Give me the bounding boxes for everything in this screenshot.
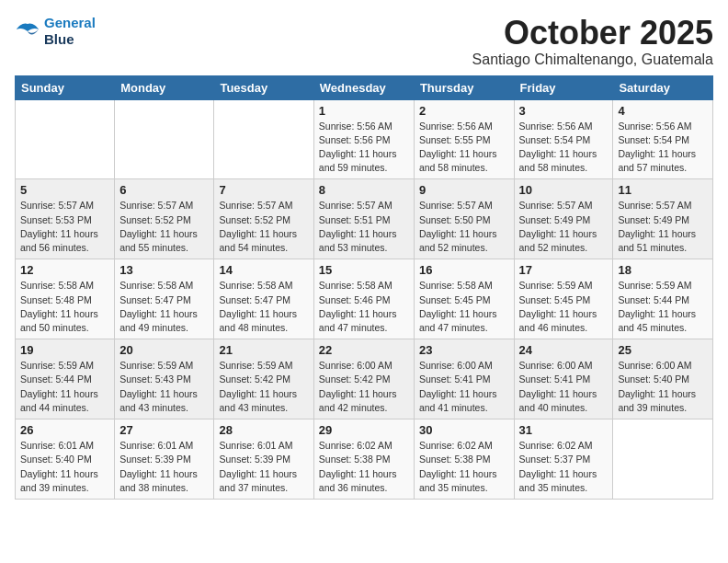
day-number: 3: [519, 104, 609, 118]
day-number: 1: [319, 104, 409, 118]
calendar-cell: 25Sunrise: 6:00 AMSunset: 5:40 PMDayligh…: [613, 339, 713, 419]
day-number: 24: [519, 343, 609, 357]
day-info: Sunrise: 5:58 AMSunset: 5:47 PMDaylight:…: [219, 279, 308, 335]
day-info: Sunrise: 5:59 AMSunset: 5:44 PMDaylight:…: [618, 279, 708, 335]
calendar-cell: 20Sunrise: 5:59 AMSunset: 5:43 PMDayligh…: [115, 339, 214, 419]
day-number: 13: [119, 263, 209, 277]
day-number: 20: [119, 343, 209, 357]
calendar-cell: 21Sunrise: 5:59 AMSunset: 5:42 PMDayligh…: [214, 339, 313, 419]
day-info: Sunrise: 5:58 AMSunset: 5:47 PMDaylight:…: [119, 279, 209, 335]
day-number: 5: [20, 183, 109, 197]
day-info: Sunrise: 5:59 AMSunset: 5:42 PMDaylight:…: [219, 359, 308, 415]
day-number: 10: [519, 183, 609, 197]
calendar-cell: 15Sunrise: 5:58 AMSunset: 5:46 PMDayligh…: [313, 259, 414, 339]
day-info: Sunrise: 5:57 AMSunset: 5:50 PMDaylight:…: [419, 199, 509, 255]
day-info: Sunrise: 6:00 AMSunset: 5:41 PMDaylight:…: [519, 359, 609, 415]
calendar-header: SundayMondayTuesdayWednesdayThursdayFrid…: [16, 75, 713, 99]
day-info: Sunrise: 5:59 AMSunset: 5:43 PMDaylight:…: [119, 359, 209, 415]
day-info: Sunrise: 5:57 AMSunset: 5:51 PMDaylight:…: [319, 199, 409, 255]
calendar-cell: 12Sunrise: 5:58 AMSunset: 5:48 PMDayligh…: [16, 259, 115, 339]
calendar-cell: [214, 99, 313, 179]
day-info: Sunrise: 5:59 AMSunset: 5:45 PMDaylight:…: [519, 279, 609, 335]
day-number: 27: [119, 423, 209, 437]
day-number: 14: [219, 263, 308, 277]
title-block: October 2025 Santiago Chimaltenango, Gua…: [472, 15, 713, 68]
calendar-cell: 24Sunrise: 6:00 AMSunset: 5:41 PMDayligh…: [514, 339, 613, 419]
day-number: 4: [618, 104, 708, 118]
day-number: 25: [618, 343, 708, 357]
day-number: 9: [419, 183, 509, 197]
day-number: 28: [219, 423, 308, 437]
day-number: 26: [20, 423, 109, 437]
calendar-table: SundayMondayTuesdayWednesdayThursdayFrid…: [15, 75, 713, 500]
logo: General Blue: [15, 15, 96, 48]
weekday-header-thursday: Thursday: [414, 75, 514, 99]
day-number: 16: [419, 263, 509, 277]
weekday-header-sunday: Sunday: [16, 75, 115, 99]
weekday-header-monday: Monday: [115, 75, 214, 99]
day-number: 12: [20, 263, 109, 277]
calendar-cell: 28Sunrise: 6:01 AMSunset: 5:39 PMDayligh…: [214, 419, 313, 500]
calendar-cell: 5Sunrise: 5:57 AMSunset: 5:53 PMDaylight…: [16, 179, 115, 259]
location-title: Santiago Chimaltenango, Guatemala: [472, 52, 713, 68]
logo-text: General Blue: [44, 15, 96, 48]
calendar-cell: 29Sunrise: 6:02 AMSunset: 5:38 PMDayligh…: [313, 419, 414, 500]
day-info: Sunrise: 5:59 AMSunset: 5:44 PMDaylight:…: [20, 359, 109, 415]
day-number: 19: [20, 343, 109, 357]
calendar-cell: 23Sunrise: 6:00 AMSunset: 5:41 PMDayligh…: [414, 339, 514, 419]
calendar-week-3: 12Sunrise: 5:58 AMSunset: 5:48 PMDayligh…: [16, 259, 713, 339]
day-info: Sunrise: 6:01 AMSunset: 5:40 PMDaylight:…: [20, 439, 109, 495]
day-info: Sunrise: 6:02 AMSunset: 5:37 PMDaylight:…: [519, 439, 609, 495]
day-info: Sunrise: 5:57 AMSunset: 5:52 PMDaylight:…: [119, 199, 209, 255]
day-info: Sunrise: 6:01 AMSunset: 5:39 PMDaylight:…: [119, 439, 209, 495]
weekday-header-row: SundayMondayTuesdayWednesdayThursdayFrid…: [16, 75, 713, 99]
day-number: 8: [319, 183, 409, 197]
calendar-week-2: 5Sunrise: 5:57 AMSunset: 5:53 PMDaylight…: [16, 179, 713, 259]
day-number: 31: [519, 423, 609, 437]
calendar-cell: 2Sunrise: 5:56 AMSunset: 5:55 PMDaylight…: [414, 99, 514, 179]
calendar-cell: 10Sunrise: 5:57 AMSunset: 5:49 PMDayligh…: [514, 179, 613, 259]
day-info: Sunrise: 6:01 AMSunset: 5:39 PMDaylight:…: [219, 439, 308, 495]
calendar-cell: [16, 99, 115, 179]
calendar-cell: 17Sunrise: 5:59 AMSunset: 5:45 PMDayligh…: [514, 259, 613, 339]
calendar-cell: 19Sunrise: 5:59 AMSunset: 5:44 PMDayligh…: [16, 339, 115, 419]
calendar-cell: 14Sunrise: 5:58 AMSunset: 5:47 PMDayligh…: [214, 259, 313, 339]
day-number: 7: [219, 183, 308, 197]
weekday-header-tuesday: Tuesday: [214, 75, 313, 99]
calendar-week-4: 19Sunrise: 5:59 AMSunset: 5:44 PMDayligh…: [16, 339, 713, 419]
day-info: Sunrise: 5:56 AMSunset: 5:54 PMDaylight:…: [519, 120, 609, 176]
month-title: October 2025: [472, 15, 713, 52]
day-number: 18: [618, 263, 708, 277]
calendar-cell: 9Sunrise: 5:57 AMSunset: 5:50 PMDaylight…: [414, 179, 514, 259]
day-info: Sunrise: 5:57 AMSunset: 5:49 PMDaylight:…: [618, 199, 708, 255]
day-number: 6: [119, 183, 209, 197]
calendar-week-5: 26Sunrise: 6:01 AMSunset: 5:40 PMDayligh…: [16, 419, 713, 500]
day-number: 17: [519, 263, 609, 277]
day-info: Sunrise: 6:02 AMSunset: 5:38 PMDaylight:…: [319, 439, 409, 495]
day-number: 23: [419, 343, 509, 357]
day-info: Sunrise: 6:00 AMSunset: 5:41 PMDaylight:…: [419, 359, 509, 415]
calendar-cell: 11Sunrise: 5:57 AMSunset: 5:49 PMDayligh…: [613, 179, 713, 259]
day-info: Sunrise: 5:56 AMSunset: 5:54 PMDaylight:…: [618, 120, 708, 176]
weekday-header-saturday: Saturday: [613, 75, 713, 99]
day-number: 15: [319, 263, 409, 277]
day-info: Sunrise: 5:58 AMSunset: 5:45 PMDaylight:…: [419, 279, 509, 335]
day-info: Sunrise: 5:57 AMSunset: 5:49 PMDaylight:…: [519, 199, 609, 255]
day-info: Sunrise: 5:58 AMSunset: 5:48 PMDaylight:…: [20, 279, 109, 335]
calendar-cell: 16Sunrise: 5:58 AMSunset: 5:45 PMDayligh…: [414, 259, 514, 339]
calendar-cell: 7Sunrise: 5:57 AMSunset: 5:52 PMDaylight…: [214, 179, 313, 259]
calendar-cell: 4Sunrise: 5:56 AMSunset: 5:54 PMDaylight…: [613, 99, 713, 179]
day-info: Sunrise: 5:57 AMSunset: 5:52 PMDaylight:…: [219, 199, 308, 255]
calendar-week-1: 1Sunrise: 5:56 AMSunset: 5:56 PMDaylight…: [16, 99, 713, 179]
day-info: Sunrise: 6:00 AMSunset: 5:42 PMDaylight:…: [319, 359, 409, 415]
calendar-cell: [115, 99, 214, 179]
calendar-cell: 18Sunrise: 5:59 AMSunset: 5:44 PMDayligh…: [613, 259, 713, 339]
calendar-cell: 30Sunrise: 6:02 AMSunset: 5:38 PMDayligh…: [414, 419, 514, 500]
day-number: 22: [319, 343, 409, 357]
weekday-header-wednesday: Wednesday: [313, 75, 414, 99]
calendar-cell: 26Sunrise: 6:01 AMSunset: 5:40 PMDayligh…: [16, 419, 115, 500]
calendar-body: 1Sunrise: 5:56 AMSunset: 5:56 PMDaylight…: [16, 99, 713, 499]
day-info: Sunrise: 6:02 AMSunset: 5:38 PMDaylight:…: [419, 439, 509, 495]
calendar-cell: [613, 419, 713, 500]
day-info: Sunrise: 6:00 AMSunset: 5:40 PMDaylight:…: [618, 359, 708, 415]
